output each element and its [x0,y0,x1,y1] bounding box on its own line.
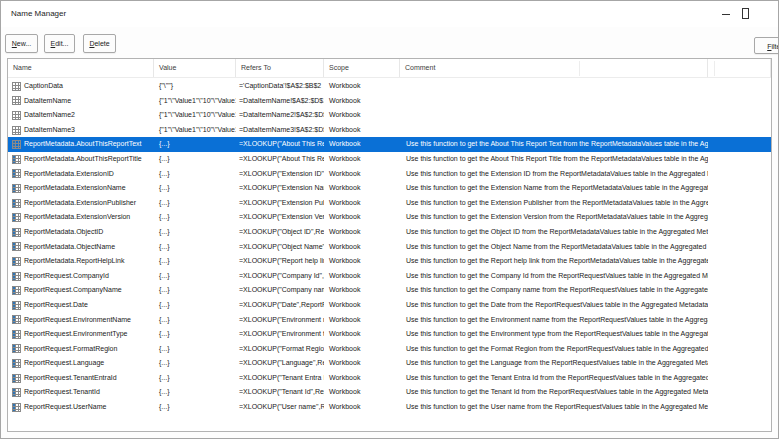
scope-cell: Workbook [324,240,400,255]
name-cell: CaptionData [24,79,63,94]
comment-cell: Use this function to get the Extension P… [400,196,708,211]
new-button[interactable]: New... [5,34,38,53]
scope-cell: Workbook [324,152,400,167]
refers-to-cell: =XLOOKUP("Extension Name",Repo... [236,181,324,196]
table-row[interactable]: CaptionData {"\""} ='CaptionData'!$A$2:$… [8,79,771,94]
comment-cell: Use this function to get the Company Id … [400,269,708,284]
scope-cell: Workbook [324,137,400,152]
table-row[interactable]: ReportMetadata.ObjectName {...} =XLOOKUP… [8,240,771,255]
row-spacer [708,342,771,357]
delete-button[interactable]: Delete [83,34,116,53]
comment-cell: Use this function to get the Format Regi… [400,342,708,357]
scope-cell: Workbook [324,79,400,94]
scope-cell: Workbook [324,225,400,240]
column-header-comment[interactable]: Comment [400,59,708,77]
refers-to-cell: =XLOOKUP("About This Report Titl... [236,152,324,167]
table-row[interactable]: ReportRequest.EnvironmentType {...} =XLO… [8,327,771,342]
refers-to-cell: =XLOOKUP("Language",ReportReq... [236,356,324,371]
comment-cell: Use this function to get the About This … [400,137,708,152]
value-cell: {"1"\"Value1"\"10"\"Value10";"... [154,94,236,109]
row-spacer [708,167,771,182]
table-row[interactable]: ReportRequest.EnvironmentName {...} =XLO… [8,313,771,328]
column-header-name[interactable]: Name [8,59,154,77]
table-row[interactable]: ReportRequest.Language {...} =XLOOKUP("L… [8,356,771,371]
table-row[interactable]: ReportMetadata.AboutThisReportText {...}… [8,137,771,152]
table-row[interactable]: ReportRequest.UserName {...} =XLOOKUP("U… [8,400,771,415]
refers-to-cell: =DataItemName!$A$2:$D$10 [236,94,324,109]
defined-name-icon [12,228,21,237]
defined-name-icon [12,272,21,281]
comment-cell [400,79,708,94]
comment-cell: Use this function to get the User name f… [400,400,708,415]
scope-cell: Workbook [324,313,400,328]
value-cell: {...} [154,327,236,342]
comment-cell: Use this function to get the Report help… [400,254,708,269]
refers-to-cell: =XLOOKUP("Report help link",Rep... [236,254,324,269]
table-row[interactable]: ReportRequest.CompanyId {...} =XLOOKUP("… [8,269,771,284]
value-cell: {...} [154,225,236,240]
defined-name-icon [12,374,21,383]
row-spacer [708,356,771,371]
name-cell: ReportMetadata.ExtensionVersion [24,210,130,225]
table-row[interactable]: ReportRequest.TenantId {...} =XLOOKUP("T… [8,385,771,400]
comment-cell: Use this function to get the Tenant Id f… [400,385,708,400]
comment-cell [400,94,708,109]
refers-to-cell: =XLOOKUP("Object ID",ReportMeta... [236,225,324,240]
comment-cell [400,108,708,123]
refers-to-cell: =XLOOKUP("Extension Publisher",R... [236,196,324,211]
column-header-scope[interactable]: Scope [324,59,400,77]
table-row[interactable]: ReportMetadata.ExtensionName {...} =XLOO… [8,181,771,196]
minimize-icon[interactable] [722,14,730,15]
name-cell: ReportMetadata.AboutThisReportText [24,137,142,152]
table-row[interactable]: DataItemName {"1"\"Value1"\"10"\"Value10… [8,94,771,109]
edit-button[interactable]: Edit... [44,34,75,53]
defined-name-icon [12,344,21,353]
table-row[interactable]: ReportMetadata.AboutThisReportTitle {...… [8,152,771,167]
table-row[interactable]: ReportMetadata.ReportHelpLink {...} =XLO… [8,254,771,269]
scope-cell: Workbook [324,356,400,371]
table-row[interactable]: ReportRequest.CompanyName {...} =XLOOKUP… [8,283,771,298]
name-cell: ReportRequest.CompanyId [24,269,109,284]
table-row[interactable]: ReportMetadata.ExtensionVersion {...} =X… [8,210,771,225]
row-spacer [708,240,771,255]
row-spacer [708,400,771,415]
value-cell: {...} [154,283,236,298]
row-spacer [708,327,771,342]
value-cell: {...} [154,137,236,152]
name-cell: ReportRequest.TenantId [24,385,100,400]
column-header-refers-to[interactable]: Refers To [236,59,324,77]
scope-cell: Workbook [324,283,400,298]
header-separator [579,61,580,76]
new-button-label: New... [6,35,37,52]
row-spacer [708,313,771,328]
name-cell: ReportMetadata.ReportHelpLink [24,254,124,269]
value-cell: {...} [154,152,236,167]
defined-name-icon [12,257,21,266]
maximize-icon[interactable] [742,8,749,19]
defined-name-icon [12,301,21,310]
table-row[interactable]: ReportRequest.Date {...} =XLOOKUP("Date"… [8,298,771,313]
comment-cell: Use this function to get the About This … [400,152,708,167]
comment-cell [400,123,708,138]
table-row[interactable]: ReportRequest.FormatRegion {...} =XLOOKU… [8,342,771,357]
table-row[interactable]: ReportMetadata.ExtensionID {...} =XLOOKU… [8,167,771,182]
defined-name-icon [12,315,21,324]
refers-to-cell: =XLOOKUP("Tenant Entra Id",Repor... [236,371,324,386]
refers-to-cell: =XLOOKUP("Environment name",Re... [236,313,324,328]
delete-button-label: Delete [84,35,115,52]
comment-cell: Use this function to get the Extension I… [400,167,708,182]
name-cell: ReportRequest.EnvironmentName [24,313,131,328]
column-header-value[interactable]: Value [154,59,236,77]
filter-button[interactable]: Filter [754,37,779,54]
table-row[interactable]: ReportMetadata.ObjectID {...} =XLOOKUP("… [8,225,771,240]
table-row[interactable]: ReportRequest.TenantEntraId {...} =XLOOK… [8,371,771,386]
table-row[interactable]: DataItemName2 {"1"\"Value1"\"10"\"Value1… [8,108,771,123]
table-row[interactable]: DataItemName3 {"1"\"Value1"\"10"\"Value1… [8,123,771,138]
row-spacer [708,123,771,138]
comment-cell: Use this function to get the Language fr… [400,356,708,371]
scope-cell: Workbook [324,210,400,225]
value-cell: {...} [154,356,236,371]
refers-to-cell: =XLOOKUP("User name",ReportReq... [236,400,324,415]
scope-cell: Workbook [324,400,400,415]
table-row[interactable]: ReportMetadata.ExtensionPublisher {...} … [8,196,771,211]
